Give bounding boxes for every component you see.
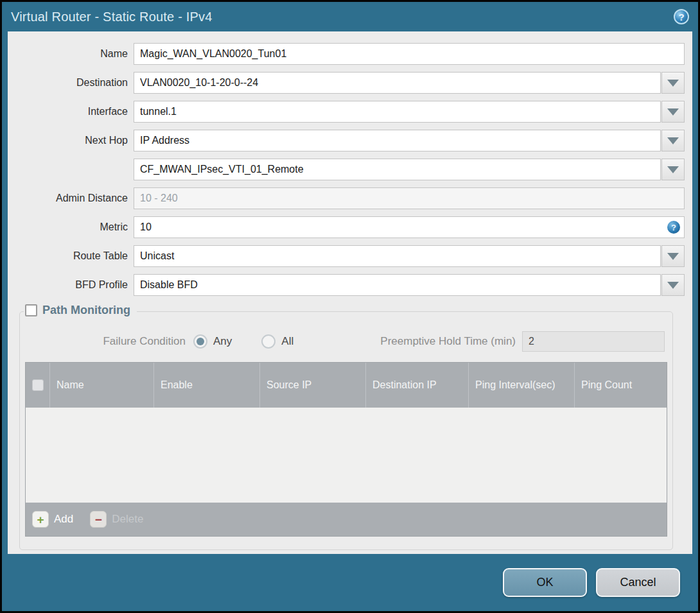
next-hop-label: Next Hop (8, 135, 134, 146)
delete-button[interactable]: − Delete (90, 511, 143, 528)
cancel-button[interactable]: Cancel (596, 568, 680, 597)
minus-icon: − (90, 511, 107, 528)
name-row: Name (8, 43, 685, 65)
table-toolbar: + Add − Delete (26, 503, 667, 536)
column-header-ping-count[interactable]: Ping Count (574, 363, 667, 408)
name-input[interactable] (134, 43, 685, 65)
admin-distance-input[interactable] (134, 187, 685, 209)
next-hop-row: Next Hop (8, 130, 685, 151)
path-monitoring-checkbox[interactable] (25, 304, 37, 316)
path-monitoring-table: Name Enable Source IP Destination IP Pin… (25, 362, 667, 537)
route-table-row: Route Table (8, 245, 685, 267)
plus-icon: + (32, 511, 49, 528)
next-hop-dropdown-button[interactable] (661, 130, 685, 151)
name-label: Name (8, 48, 134, 60)
destination-input[interactable] (134, 72, 661, 94)
destination-label: Destination (8, 77, 134, 89)
interface-dropdown-button[interactable] (661, 101, 685, 123)
table-header-checkbox-cell (26, 363, 49, 408)
dialog-footer: OK Cancel (2, 554, 698, 611)
chevron-down-icon (667, 253, 679, 260)
radio-all-icon[interactable] (261, 334, 276, 349)
metric-label: Metric (8, 221, 134, 233)
column-header-ping-interval[interactable]: Ping Interval(sec) (468, 363, 574, 408)
table-header: Name Enable Source IP Destination IP Pin… (26, 363, 667, 408)
route-table-label: Route Table (8, 250, 134, 262)
delete-button-label: Delete (112, 513, 143, 526)
bfd-profile-dropdown-button[interactable] (661, 274, 685, 296)
radio-any-icon[interactable] (193, 334, 207, 349)
interface-row: Interface (8, 101, 685, 123)
next-hop-address-dropdown-button[interactable] (661, 159, 685, 180)
column-header-name[interactable]: Name (49, 363, 153, 408)
dialog-content: Name Destination Interface (8, 31, 692, 554)
bfd-profile-select[interactable] (134, 274, 661, 296)
radio-all-label: All (281, 335, 293, 348)
help-icon[interactable]: ? (674, 9, 689, 24)
add-button-label: Add (54, 513, 73, 526)
metric-row: Metric ? (8, 216, 685, 238)
admin-distance-label: Admin Distance (8, 193, 134, 204)
add-button[interactable]: + Add (32, 511, 73, 528)
next-hop-address-row (8, 159, 685, 180)
failure-condition-label: Failure Condition (28, 335, 193, 348)
failure-condition-any-option[interactable]: Any (193, 334, 232, 349)
path-monitoring-controls: Failure Condition Any All Preemptive Hol… (28, 331, 665, 352)
next-hop-select[interactable] (134, 130, 661, 151)
chevron-down-icon (667, 282, 679, 289)
column-header-source-ip[interactable]: Source IP (259, 363, 365, 408)
chevron-down-icon (667, 137, 679, 144)
admin-distance-row: Admin Distance (8, 187, 685, 209)
destination-row: Destination (8, 72, 685, 94)
preemptive-hold-time-input[interactable] (522, 331, 665, 352)
chevron-down-icon (667, 108, 679, 116)
metric-input[interactable] (134, 216, 685, 238)
path-monitoring-title: Path Monitoring (42, 304, 130, 317)
column-header-destination-ip[interactable]: Destination IP (365, 363, 468, 408)
bfd-profile-row: BFD Profile (8, 274, 685, 296)
destination-dropdown-button[interactable] (661, 72, 685, 94)
dialog-title: Virtual Router - Static Route - IPv4 (11, 10, 674, 24)
metric-help-icon[interactable]: ? (667, 221, 680, 234)
path-monitoring-section: Path Monitoring Failure Condition Any Al… (19, 311, 673, 550)
path-monitoring-legend: Path Monitoring (24, 304, 137, 317)
column-header-enable[interactable]: Enable (153, 363, 259, 408)
bfd-profile-label: BFD Profile (8, 279, 134, 291)
interface-label: Interface (8, 106, 134, 117)
failure-condition-all-option[interactable]: All (261, 334, 293, 349)
radio-any-label: Any (213, 335, 232, 348)
ok-button[interactable]: OK (503, 568, 587, 597)
table-body-empty (26, 408, 667, 503)
route-table-select[interactable] (134, 245, 661, 267)
preemptive-hold-time-label: Preemptive Hold Time (min) (380, 335, 522, 348)
route-table-dropdown-button[interactable] (661, 245, 685, 267)
next-hop-address-input[interactable] (134, 159, 661, 180)
chevron-down-icon (667, 80, 679, 87)
chevron-down-icon (667, 166, 679, 173)
select-all-checkbox[interactable] (32, 379, 44, 391)
interface-input[interactable] (134, 101, 661, 123)
title-bar: Virtual Router - Static Route - IPv4 ? (2, 2, 698, 31)
static-route-dialog: Virtual Router - Static Route - IPv4 ? N… (0, 0, 700, 613)
